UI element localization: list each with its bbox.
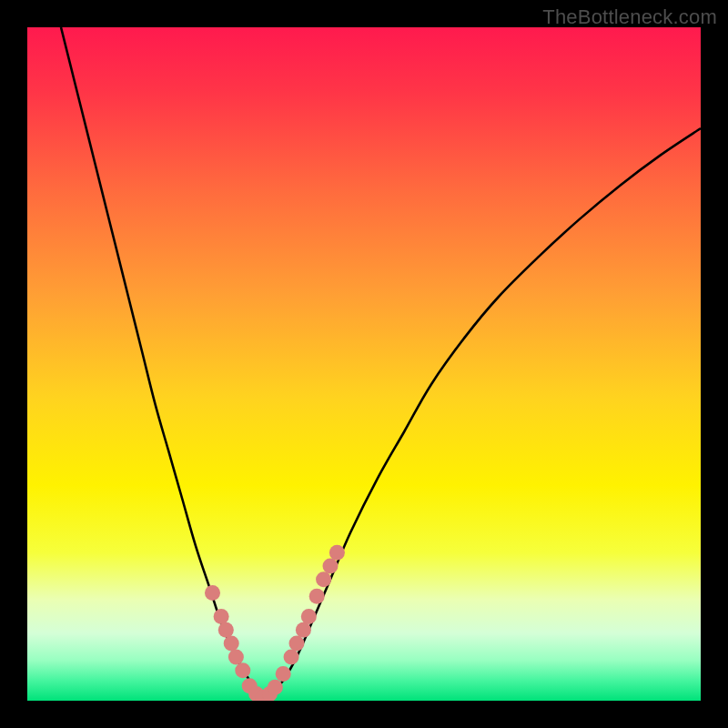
data-marker (288, 636, 304, 652)
data-marker (296, 622, 311, 638)
data-marker (322, 558, 338, 573)
data-marker (309, 589, 325, 604)
chart-frame: TheBottleneck.com (0, 0, 728, 728)
data-marker (301, 609, 317, 624)
curves-layer (27, 27, 701, 701)
data-marker (214, 609, 229, 624)
watermark-text: TheBottleneck.com (542, 5, 717, 29)
data-marker (224, 636, 239, 652)
left-curve (61, 27, 263, 697)
data-marker (205, 585, 220, 601)
data-marker (276, 666, 291, 682)
plot-area (27, 27, 701, 701)
data-marker (268, 680, 283, 695)
right-curve (263, 128, 701, 697)
data-marker (228, 649, 244, 664)
data-marker (329, 545, 345, 561)
data-marker (235, 662, 250, 678)
data-marker (284, 649, 299, 664)
marker-group (205, 545, 345, 701)
data-marker (316, 571, 331, 587)
data-marker (218, 622, 234, 638)
